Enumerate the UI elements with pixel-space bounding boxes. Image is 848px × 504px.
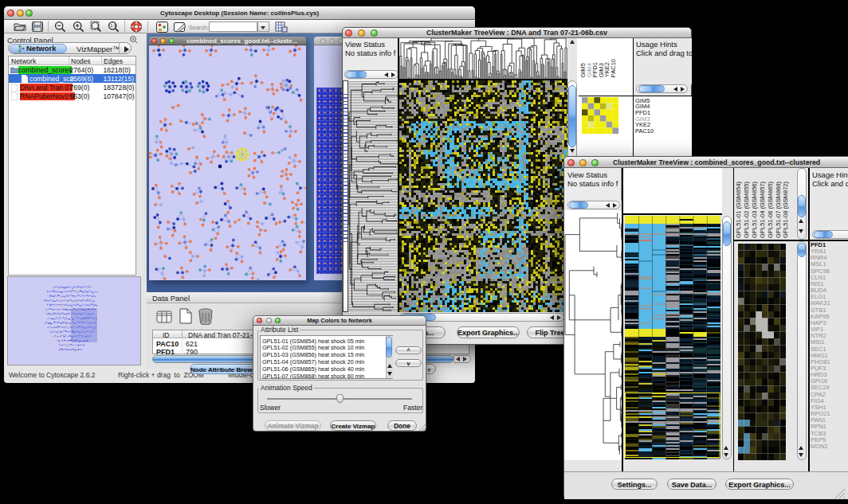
svg-text:1:1: 1:1	[110, 23, 116, 28]
